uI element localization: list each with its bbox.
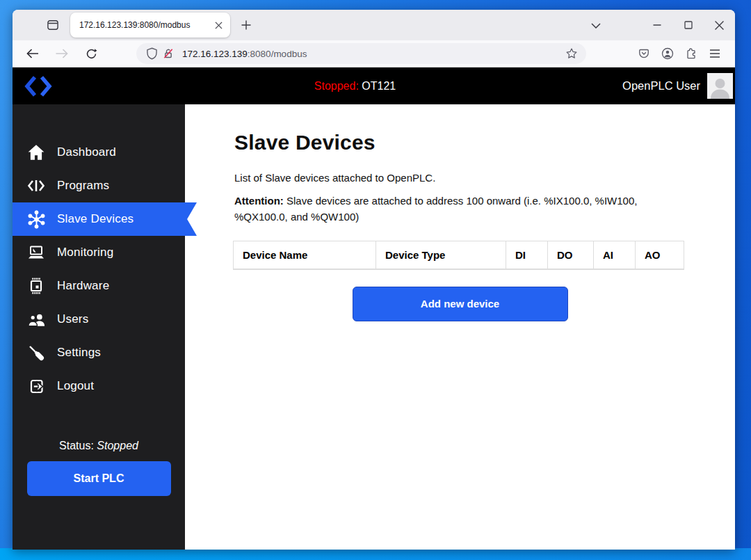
add-new-device-button[interactable]: Add new device — [353, 287, 568, 321]
sidebar-status: Status: Stopped — [13, 440, 185, 452]
sidebar-item-programs[interactable]: Programs — [13, 169, 185, 202]
header-user: OpenPLC User — [622, 73, 733, 99]
attention-label: Attention: — [234, 195, 284, 207]
maximize-button[interactable] — [672, 11, 704, 39]
sidebar-item-label: Programs — [57, 179, 109, 193]
attention-text: Attention: Slave devices are attached to… — [234, 193, 665, 225]
address-bar[interactable]: 172.16.123.139:8080/modbus — [136, 43, 586, 64]
sidebar-item-label: Users — [57, 312, 88, 326]
slave-devices-table: Device Name Device Type DI DO AI AO — [233, 241, 684, 270]
tab-title: 172.16.123.139:8080/modbus — [79, 20, 211, 30]
column-device-type: Device Type — [376, 241, 506, 269]
extensions-icon[interactable] — [681, 43, 702, 64]
sidebar-item-hardware[interactable]: Hardware — [13, 269, 185, 303]
tab-bar: 172.16.123.139:8080/modbus — [13, 10, 735, 40]
app-header: Stopped: OT121 OpenPLC User — [13, 67, 735, 104]
sidebar-item-settings[interactable]: Settings — [13, 336, 185, 369]
attention-body: Slave devices are attached to address 10… — [234, 195, 637, 223]
sidebar-item-label: Logout — [57, 379, 94, 393]
logout-icon — [26, 376, 46, 396]
main-content: Slave Devices List of Slave devices atta… — [185, 104, 735, 550]
sidebar-item-label: Settings — [57, 346, 101, 360]
list-tabs-chevron-icon[interactable] — [585, 14, 607, 36]
back-icon[interactable] — [21, 42, 45, 65]
sidebar-status-label: Status: — [59, 440, 94, 451]
sidebar-item-logout[interactable]: Logout — [13, 369, 185, 403]
close-window-button[interactable] — [704, 11, 735, 39]
sidebar-item-label: Monitoring — [57, 246, 113, 259]
firefox-view-icon[interactable] — [42, 14, 64, 36]
avatar[interactable] — [707, 73, 733, 99]
sidebar: Dashboard Programs — [13, 104, 185, 550]
pocket-icon[interactable] — [633, 43, 654, 64]
sidebar-item-users[interactable]: Users — [13, 303, 185, 336]
column-device-name: Device Name — [234, 241, 376, 269]
page-title: Slave Devices — [234, 131, 735, 154]
sidebar-item-label: Slave Devices — [57, 212, 134, 226]
browser-tab[interactable]: 172.16.123.139:8080/modbus — [70, 13, 230, 38]
user-name: OpenPLC User — [622, 79, 700, 93]
column-ao: AO — [636, 241, 684, 269]
column-di: DI — [506, 241, 548, 269]
sidebar-item-slave-devices[interactable]: Slave Devices — [13, 202, 185, 236]
new-tab-icon[interactable] — [236, 15, 257, 35]
laptop-icon — [26, 243, 46, 262]
start-plc-button[interactable]: Start PLC — [27, 461, 171, 496]
account-icon[interactable] — [657, 43, 678, 64]
tab-close-icon[interactable] — [211, 17, 226, 33]
sidebar-status-value: Stopped — [97, 440, 138, 451]
intro-text: List of Slave devices attached to OpenPL… — [234, 172, 735, 184]
screwdriver-icon — [26, 343, 46, 362]
sidebar-item-label: Hardware — [57, 279, 109, 293]
menu-icon[interactable] — [704, 43, 725, 64]
bookmark-star-icon[interactable] — [563, 45, 581, 63]
column-ai: AI — [594, 241, 636, 269]
plc-status-label: Stopped: — [314, 80, 359, 92]
toolbar-actions — [633, 43, 725, 64]
hub-icon — [26, 209, 46, 229]
sidebar-item-dashboard[interactable]: Dashboard — [13, 136, 185, 169]
home-icon — [26, 143, 46, 162]
shield-icon[interactable] — [143, 45, 160, 62]
plc-status-value: OT121 — [362, 80, 396, 92]
minimize-button[interactable] — [641, 11, 672, 39]
sidebar-item-label: Dashboard — [57, 145, 116, 159]
column-do: DO — [548, 241, 594, 269]
chip-icon — [26, 276, 46, 296]
sidebar-item-monitoring[interactable]: Monitoring — [13, 236, 185, 269]
url-text: 172.16.123.139:8080/modbus — [182, 49, 307, 59]
url-path: :8080/modbus — [248, 49, 307, 59]
plc-status-text: Stopped: OT121 — [314, 80, 396, 93]
users-icon — [26, 310, 46, 329]
code-icon — [26, 176, 46, 195]
url-host: 172.16.123.139 — [182, 49, 248, 59]
openplc-logo-icon[interactable] — [24, 74, 52, 98]
navigation-toolbar: 172.16.123.139:8080/modbus — [13, 40, 735, 67]
sidebar-nav: Dashboard Programs — [13, 136, 185, 403]
table-header-row: Device Name Device Type DI DO AI AO — [234, 241, 684, 269]
reload-icon[interactable] — [79, 42, 103, 65]
main-row: Dashboard Programs — [13, 104, 735, 550]
forward-icon[interactable] — [50, 42, 74, 65]
browser-window: 172.16.123.139:8080/modbus — [13, 10, 735, 550]
add-device-area: Add new device — [185, 287, 735, 321]
broken-lock-icon[interactable] — [160, 45, 177, 62]
